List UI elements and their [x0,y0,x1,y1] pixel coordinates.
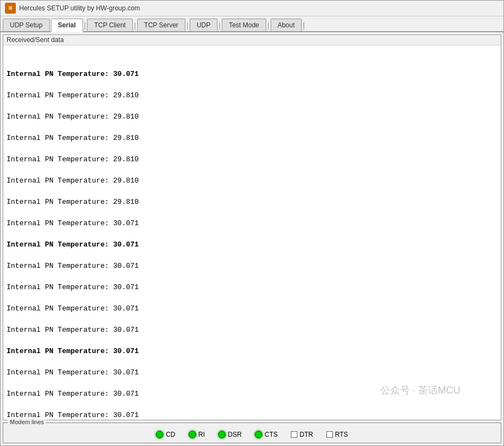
data-line: Internal PN Temperature: 29.810 [7,175,497,186]
cd-led [156,431,163,438]
received-label: Received/Sent data [3,35,501,45]
app-icon: H [5,3,16,14]
data-line: Internal PN Temperature: 30.071 [7,410,497,420]
data-line: Internal PN Temperature: 30.071 [7,367,497,378]
data-line: Internal PN Temperature: 30.071 [7,218,497,229]
ri-led [189,431,196,438]
tab-udp[interactable]: UDP [190,19,218,31]
modem-cts: CTS [255,431,278,438]
data-line: Internal PN Temperature: 29.810 [7,111,497,122]
dtr-checkbox[interactable] [291,431,297,438]
data-display[interactable]: Internal PN Temperature: 30.071 Internal… [3,45,501,420]
data-line: Internal PN Temperature: 30.071 [7,239,497,250]
rts-checkbox[interactable] [326,431,333,438]
tab-divider-1: | [84,21,86,30]
modem-ri: RI [189,431,205,438]
cd-label: CD [166,431,175,438]
cts-led [255,431,262,438]
main-window: H Hercules SETUP utility by HW-group.com… [0,0,504,446]
content-area: Received/Sent data Internal PN Temperatu… [1,32,503,445]
ri-label: RI [198,431,205,438]
modem-cd: CD [156,431,175,438]
tab-divider-5: | [267,21,269,30]
modem-section: Modem lines CD RI DSR CTS [3,422,501,443]
tab-bar: UDP Setup Serial | TCP Client | TCP Serv… [1,16,503,32]
data-line: Internal PN Temperature: 30.071 [7,261,497,272]
tab-divider-6: | [303,21,305,30]
tab-udp-setup[interactable]: UDP Setup [3,19,50,31]
tab-tcp-client[interactable]: TCP Client [87,19,133,31]
received-section: Received/Sent data Internal PN Temperatu… [3,34,501,420]
data-line: Internal PN Temperature: 29.810 [7,133,497,144]
dsr-led [218,431,226,438]
tab-tcp-server[interactable]: TCP Server [137,19,185,31]
tab-serial[interactable]: Serial [51,19,83,32]
data-line: Internal PN Temperature: 30.071 [7,69,497,80]
window-title: Hercules SETUP utility by HW-group.com [19,4,140,12]
tab-divider-2: | [134,21,136,30]
data-line: Internal PN Temperature: 29.810 [7,154,497,165]
modem-content: CD RI DSR CTS DTR [3,423,501,443]
tab-about[interactable]: About [271,19,302,31]
tab-test-mode[interactable]: Test Mode [222,19,266,31]
data-line: Internal PN Temperature: 30.071 [7,325,497,336]
title-bar: H Hercules SETUP utility by HW-group.com [1,1,503,16]
data-line: Internal PN Temperature: 30.071 [7,303,497,314]
dtr-label: DTR [300,431,313,438]
modem-label: Modem lines [8,419,46,425]
tab-divider-4: | [219,21,221,30]
rts-label: RTS [335,431,348,438]
data-line: Internal PN Temperature: 30.071 [7,282,497,293]
cts-label: CTS [265,431,278,438]
tab-divider-3: | [186,21,189,30]
modem-dsr: DSR [218,431,242,438]
modem-rts[interactable]: RTS [326,431,348,438]
data-line: Internal PN Temperature: 29.810 [7,197,497,208]
data-line: Internal PN Temperature: 29.810 [7,90,497,101]
data-line: Internal PN Temperature: 30.071 [7,389,497,400]
data-line: Internal PN Temperature: 30.071 [7,346,497,357]
dsr-label: DSR [228,431,242,438]
modem-dtr[interactable]: DTR [291,431,313,438]
